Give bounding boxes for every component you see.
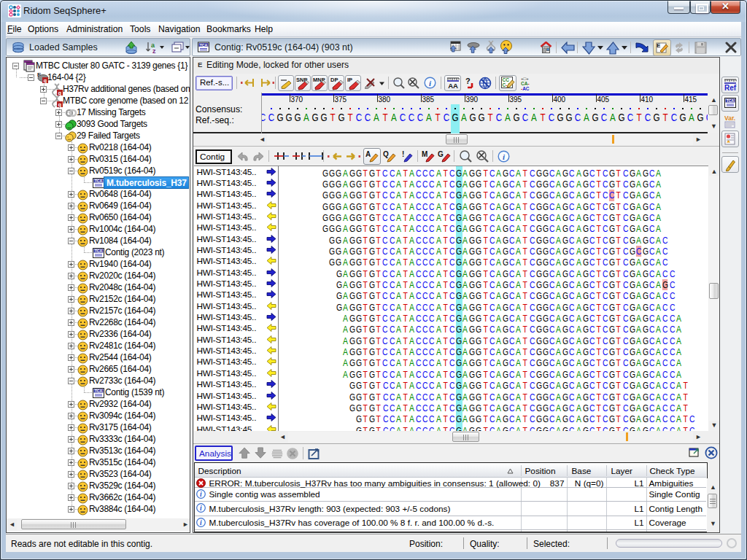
svg-text:TCA: TCA <box>200 43 208 47</box>
svg-text:-AC: -AC <box>521 86 530 90</box>
svg-text:E: E <box>657 42 661 49</box>
svg-text:TCA: TCA <box>727 98 735 103</box>
svg-text:G: G <box>438 150 444 158</box>
svg-text:i: i <box>199 505 201 512</box>
svg-text:q: q <box>44 78 47 84</box>
svg-text:CA-: CA- <box>521 81 530 86</box>
svg-text:DP: DP <box>330 77 338 83</box>
svg-text:Ref: Ref <box>724 84 737 92</box>
svg-text:CC: CC <box>503 77 510 82</box>
svg-text:i: i <box>199 519 201 526</box>
svg-text:q: q <box>58 102 61 108</box>
svg-text:TCA: TCA <box>95 249 103 253</box>
svg-text:Q: Q <box>383 150 389 158</box>
svg-text:TCA: TCA <box>95 179 103 183</box>
svg-text:!: ! <box>402 150 404 158</box>
svg-text:i: i <box>199 491 201 498</box>
svg-text:?: ? <box>465 77 471 85</box>
svg-text:Var.: Var. <box>724 114 735 122</box>
svg-text:IP: IP <box>347 77 352 83</box>
svg-text:z: z <box>152 47 156 54</box>
svg-text:A: A <box>365 150 371 158</box>
svg-text:AA: AA <box>448 82 458 90</box>
svg-text:M: M <box>422 150 427 158</box>
svg-text:TCA: TCA <box>95 389 103 393</box>
